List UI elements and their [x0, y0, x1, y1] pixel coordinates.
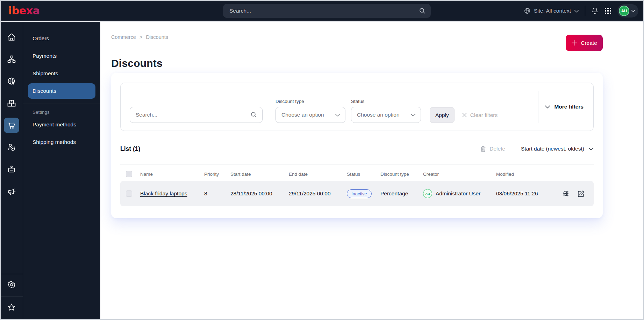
filter-panel: Discount type Choose an option Status Ch…	[120, 83, 594, 131]
personnel-icon[interactable]	[4, 162, 19, 177]
edit-icon[interactable]	[578, 190, 585, 197]
close-icon	[462, 112, 467, 118]
main-content: Commerce > Discounts Create Discounts Di…	[100, 22, 644, 320]
page-title: Discounts	[111, 57, 603, 69]
clear-filters-label: Clear filters	[470, 112, 498, 118]
chevron-down-icon	[588, 147, 594, 151]
chevron-down-icon	[631, 9, 635, 12]
topbar-divider	[585, 6, 585, 16]
topbar: ibexa Site: All context AU	[0, 0, 644, 22]
discount-type-select[interactable]: Choose an option	[276, 107, 345, 123]
col-modified: Modified	[496, 172, 559, 177]
sidebar-footer	[0, 271, 23, 320]
settings-section-label: Settings	[23, 105, 100, 117]
app-grid-icon[interactable]	[604, 7, 611, 14]
site-globe-icon[interactable]	[4, 74, 19, 89]
globe-icon	[524, 7, 531, 14]
commerce-cart-icon[interactable]	[4, 118, 19, 133]
delete-label: Delete	[489, 146, 505, 152]
col-creator: Creator	[423, 172, 496, 177]
ibexa-logo: ibexa	[8, 4, 40, 17]
list-actions-divider	[513, 141, 513, 156]
row-creator: AU Administrator User	[423, 189, 496, 198]
more-filters-button[interactable]: More filters	[544, 102, 584, 112]
search-icon[interactable]	[419, 7, 426, 14]
apply-button[interactable]: Apply	[430, 107, 455, 123]
row-actions	[559, 190, 594, 197]
rail-divider	[0, 274, 23, 274]
filter-search[interactable]	[130, 107, 263, 123]
discount-name-link[interactable]: Black friday laptops	[140, 190, 187, 196]
sidebar-item-orders[interactable]: Orders	[28, 31, 95, 46]
status-badge: Inactive	[347, 189, 372, 198]
topbar-right: Site: All context AU	[524, 0, 638, 22]
creator-avatar: AU	[423, 189, 432, 198]
delete-button[interactable]: Delete	[480, 146, 505, 152]
clear-filters-button[interactable]: Clear filters	[462, 107, 498, 123]
list-actions: Delete Start date (newest, oldest)	[480, 141, 594, 156]
sidebar-item-payment-methods[interactable]: Payment methods	[28, 117, 95, 132]
favorites-star-icon[interactable]	[4, 300, 19, 315]
global-search[interactable]	[223, 4, 431, 18]
sort-dropdown[interactable]: Start date (newest, oldest)	[521, 146, 594, 152]
row-priority: 8	[204, 190, 230, 197]
search-icon[interactable]	[250, 111, 257, 118]
status-label: Status	[351, 99, 421, 104]
status-value: Choose an option	[357, 112, 400, 118]
notifications-bell-icon[interactable]	[591, 7, 599, 15]
row-checkbox[interactable]	[126, 190, 132, 197]
site-context-switcher[interactable]: Site: All context	[524, 7, 579, 14]
discount-type-filter: Discount type Choose an option	[276, 99, 345, 123]
submenu-divider	[23, 104, 100, 104]
more-filters-label: More filters	[554, 104, 584, 110]
discount-type-label: Discount type	[276, 99, 345, 104]
sidebar-item-payments[interactable]: Payments	[28, 48, 95, 64]
trash-icon	[480, 146, 486, 152]
sidebar-item-shipping-methods[interactable]: Shipping methods	[28, 134, 95, 150]
breadcrumb-separator: >	[139, 34, 142, 40]
row-start-date: 28/11/2025 00:00	[230, 190, 289, 197]
sort-label: Start date (newest, oldest)	[521, 146, 584, 152]
home-icon[interactable]	[4, 29, 19, 45]
create-button-label: Create	[581, 40, 597, 46]
status-filter: Status Choose an option	[351, 99, 421, 123]
preview-disabled-icon[interactable]	[563, 190, 570, 197]
row-modified: 03/06/2025 11:26	[496, 190, 559, 197]
row-discount-type: Percentage	[380, 190, 423, 197]
col-end-date: End date	[289, 172, 347, 177]
breadcrumb: Commerce > Discounts	[111, 34, 603, 40]
commerce-submenu: Orders Payments Shipments Discounts Sett…	[23, 22, 100, 320]
col-discount-type: Discount type	[380, 172, 423, 177]
user-menu[interactable]: AU	[617, 4, 638, 18]
breadcrumb-discounts[interactable]: Discounts	[146, 34, 168, 40]
select-all-checkbox[interactable]	[126, 171, 132, 177]
site-context-label: Site: All context	[534, 8, 571, 14]
content-tree-icon[interactable]	[4, 51, 19, 67]
sidebar-item-shipments[interactable]: Shipments	[28, 66, 95, 81]
status-select[interactable]: Choose an option	[351, 107, 421, 123]
breadcrumb-commerce[interactable]: Commerce	[111, 34, 136, 40]
customers-icon[interactable]	[4, 140, 19, 155]
col-status: Status	[347, 172, 380, 177]
sidebar-icon-rail	[0, 22, 23, 320]
discount-type-value: Choose an option	[281, 112, 324, 118]
sidebar-item-discounts[interactable]: Discounts	[28, 83, 95, 99]
chevron-down-icon	[335, 113, 340, 117]
list-title: List (1)	[120, 145, 140, 153]
global-search-input[interactable]	[229, 8, 419, 14]
create-button[interactable]: Create	[566, 35, 603, 51]
marketing-icon[interactable]	[4, 184, 19, 199]
list-header: List (1) Delete Start date (newest, olde…	[120, 141, 594, 156]
table-header: Name Priority Start date End date Status…	[120, 169, 594, 179]
settings-icon[interactable]	[4, 277, 19, 292]
filter-divider	[538, 91, 538, 123]
row-end-date: 29/11/2025 00:00	[289, 190, 347, 197]
filter-divider	[269, 91, 269, 123]
chevron-down-icon	[410, 113, 416, 117]
avatar: AU	[619, 6, 629, 16]
filter-search-input[interactable]	[136, 112, 250, 118]
chevron-down-icon	[545, 105, 550, 109]
list-divider	[120, 165, 594, 165]
products-icon[interactable]	[4, 96, 19, 111]
creator-name: Administrator User	[436, 190, 480, 197]
